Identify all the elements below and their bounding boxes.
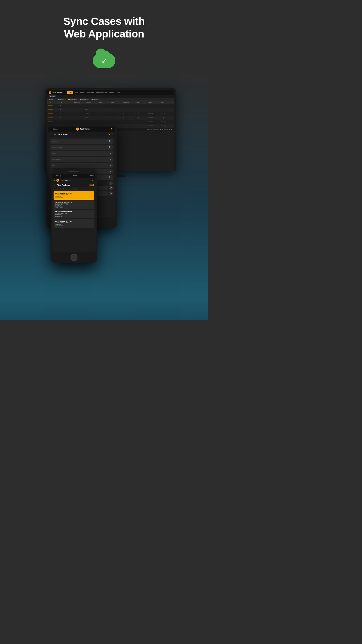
tablet-package-search-placeholder: Package Search	[52, 147, 63, 148]
col-impact: Case Impact	[123, 102, 136, 103]
toms-gear-icon[interactable]: ⚙	[109, 186, 113, 190]
phone-screen: •••• BELL ◁ 4:29 PM 100% ≡ N TechConnect…	[52, 174, 96, 252]
web-logo-icon: N	[49, 91, 51, 94]
case-id: C0000006	[48, 117, 60, 118]
phone-result-item-4[interactable]: GP POWER GENERATION GLOBAL INDUSTRIES PD…	[54, 219, 94, 228]
phone-logo-icon: N	[56, 179, 59, 182]
filter-closed[interactable]: C Closed 276	[92, 99, 99, 100]
metrics-nav-item[interactable]: Metrics	[80, 92, 85, 94]
page-btn-last[interactable]: 12	[171, 129, 172, 130]
tablet-select-project-placeholder: select Project	[52, 159, 61, 160]
config-nav-item[interactable]: Config ▾	[109, 92, 115, 94]
table-row[interactable]: C0000006 0 ESME High Can run Eziyi Ifegw…	[47, 116, 174, 120]
header-title: Sync Cases with Web Application	[10, 15, 198, 41]
open-badge: O	[49, 99, 50, 100]
phone-time: 4:29 PM	[73, 175, 78, 177]
cloud-shape: ✓	[93, 53, 115, 68]
web-filter-bar: O Open 54 D Delivered 40 A Assigned	[47, 98, 174, 101]
tablet-dropdown-icon: ▾	[110, 152, 111, 154]
phone-logo-text: TechConnect	[61, 179, 72, 181]
table-header: Case WI # Package S/N Customer District …	[47, 101, 174, 104]
phone-location-text: 8 results within 5 miles of your locatio…	[52, 187, 96, 190]
pagination-info: Page 1 of 12 (Items 1145)	[147, 129, 159, 130]
tablet-nav-row: ≡ ← New Case SAVE	[48, 132, 115, 137]
phone-nav-row: ≡ N TechConnect ⚡	[52, 178, 96, 183]
web-logo-text: TechConnect	[52, 92, 63, 93]
all-cases-tab[interactable]: All Cases	[49, 95, 56, 97]
phone-speaker	[69, 171, 79, 172]
col-aging: Aging	[160, 102, 173, 103]
case-id: C0000007	[48, 121, 60, 123]
phone-wifi-icon: ⚡	[92, 179, 94, 181]
col-wi: WI #	[61, 102, 73, 103]
checkmark-icon: ✓	[101, 57, 107, 65]
header-section: Sync Cases with Web Application	[0, 0, 208, 46]
phone-back-btn[interactable]: ←	[54, 184, 56, 186]
tablet-status-left: •••• BELL ◁	[50, 128, 58, 130]
tasks-nav-item[interactable]: Tasks	[74, 92, 79, 94]
tablet-type-placeholder: Type	[52, 165, 55, 166]
knowledge-base-nav-item[interactable]: Knowledge Base ▾	[96, 92, 108, 94]
tablet-type-dropdown-icon: ▾	[110, 164, 111, 167]
devices-section: N TechConnect Cases Tasks Metrics Watch …	[0, 73, 208, 300]
web-topbar: N TechConnect Cases Tasks Metrics Watch …	[47, 90, 174, 95]
page-btn-5[interactable]: 5	[169, 129, 170, 130]
phone-result-item-1[interactable]: GP POWER GENERATION GLOBAL INDUSTRIES PD…	[54, 191, 94, 200]
page-btn-1[interactable]: 1	[160, 129, 161, 130]
tablet-package-search-icon2: 🔍	[109, 146, 111, 148]
filter-assigned[interactable]: A Assigned 449	[68, 99, 77, 100]
page-btn-3[interactable]: 3	[164, 129, 166, 130]
case-id: C0000001	[48, 105, 60, 106]
watch-items-nav-item[interactable]: Watch Items	[86, 92, 95, 94]
table-row[interactable]: C0000001 0	[47, 104, 174, 108]
filter-monitored[interactable]: M Monitored 332	[80, 99, 89, 100]
tablet-logo: N TechConnect	[76, 128, 92, 131]
phone-topbar: •••• BELL ◁ 4:29 PM 100%	[52, 174, 96, 178]
case-id: C0000005	[48, 113, 60, 114]
tablet-save-btn[interactable]: SAVE	[108, 133, 113, 135]
tablet-topbar: •••• BELL ◁ N TechConnect ⚡	[48, 127, 115, 132]
phone-home-btn[interactable]	[70, 254, 77, 261]
phone-result-item-2[interactable]: GP POWER GENERATION GLOBAL INDUSTRIES PD…	[54, 200, 94, 209]
tablet-package-field[interactable]: Package 🔍	[50, 139, 113, 144]
table-row[interactable]: C0000002 0 PGES High	[47, 108, 174, 112]
phone-save-btn[interactable]: SAVE	[89, 184, 94, 186]
tablet-type-field[interactable]: Type ▾	[50, 163, 113, 168]
table-row[interactable]: C0000005 1 ESME Medium Cannot run Alain …	[47, 112, 174, 116]
web-subtabs: All Cases	[47, 95, 174, 98]
phone-menu-icon[interactable]: ≡	[54, 179, 55, 181]
filter-delivered[interactable]: D Delivered 40	[58, 99, 66, 100]
col-customer: Customer	[86, 102, 98, 103]
case-id: C0000002	[48, 109, 60, 110]
tablet-select-project-field[interactable]: select Project ▾	[50, 157, 113, 162]
col-case: Case	[48, 102, 61, 103]
about-nav-item[interactable]: About	[116, 92, 121, 94]
tablet-back-btn[interactable]: ←	[54, 133, 56, 136]
phone-battery: 100%	[90, 175, 94, 177]
closed-badge: C	[92, 99, 93, 100]
toms-gear-icon-2[interactable]: ⚙	[109, 191, 113, 195]
web-nav: Cases Tasks Metrics Watch Items Knowledg…	[67, 91, 121, 94]
bottom-section	[0, 300, 208, 320]
tablet-menu-icon[interactable]: ≡	[50, 133, 52, 136]
tablet-package-search-field[interactable]: Package Search 🔍	[50, 145, 113, 150]
tablet-select-field[interactable]: select ▾	[50, 151, 113, 156]
filter-open[interactable]: O Open 54	[49, 99, 55, 100]
phone-device: •••• BELL ◁ 4:29 PM 100% ≡ N TechConnect…	[51, 169, 97, 263]
assigned-badge: A	[68, 99, 70, 100]
col-priority: Priority	[111, 102, 123, 103]
cloud-sync-icon: ✓	[93, 53, 115, 71]
phone-result-item-3[interactable]: GP POWER GENERATION GLOBAL INDUSTRIES PD…	[54, 210, 94, 218]
cases-nav-item[interactable]: Cases	[67, 91, 73, 94]
col-owner: Owner	[135, 102, 148, 103]
tablet-cause-search-icon: 🔍	[109, 176, 111, 179]
toms-add-btn[interactable]: +	[109, 181, 113, 185]
phone-status-left: •••• BELL ◁	[54, 175, 61, 177]
tablet-wifi-icon: ⚡	[110, 128, 113, 130]
tablet-logo-icon: N	[76, 128, 79, 131]
col-pkg: Package S/N	[73, 102, 86, 103]
tablet-package-placeholder: Package	[52, 141, 58, 142]
page-btn-4[interactable]: 4	[166, 129, 168, 130]
page-btn-2[interactable]: 2	[162, 129, 163, 130]
tablet-package-search-icon: 🔍	[109, 140, 111, 142]
